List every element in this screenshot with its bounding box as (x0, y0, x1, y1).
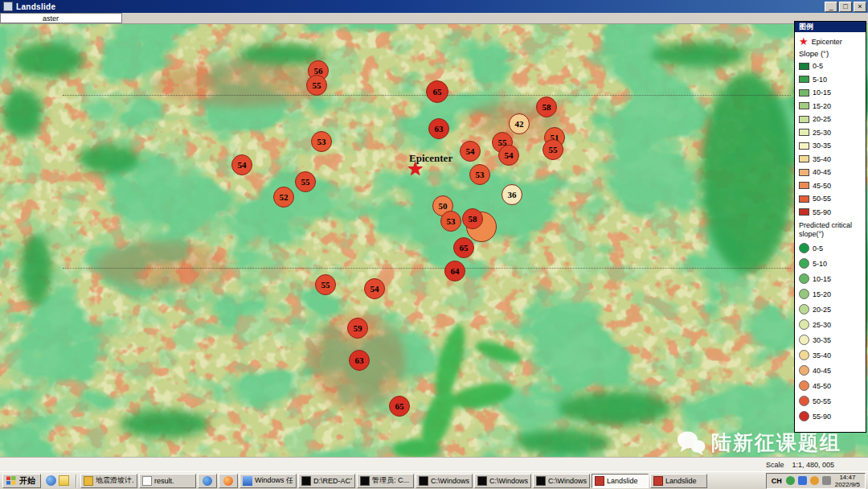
taskbar-button-label: C:\Windows... (431, 477, 469, 485)
slope-marker[interactable]: 52 (273, 187, 294, 208)
tray-status-icon[interactable] (822, 476, 831, 485)
desktop-screen: Landslide _ □ × (0, 0, 868, 489)
taskbar-button-label: Windows 任... (255, 475, 293, 486)
slope-marker[interactable]: 58 (536, 97, 557, 117)
system-tray: CH 14:47 2022/9/5 (766, 473, 866, 489)
slope-marker[interactable]: 58 (462, 208, 483, 229)
taskbar-button[interactable]: 地震滑坡计... (80, 474, 137, 488)
class-swatch (799, 273, 809, 284)
legend-class-row: 5-10 (799, 258, 862, 269)
slope-marker[interactable]: 54 (231, 154, 252, 175)
taskbar-button[interactable]: 管理员: C... (357, 474, 414, 488)
class-label: 0-5 (813, 62, 823, 70)
legend-class-row: 15-20 (799, 289, 862, 299)
class-swatch (799, 195, 809, 203)
slope-marker[interactable]: 53 (440, 211, 461, 232)
slope-marker[interactable]: 55 (542, 139, 563, 160)
language-indicator[interactable]: CH (772, 477, 782, 485)
class-swatch (799, 89, 809, 97)
epicenter-label: Epicenter (409, 152, 452, 165)
close-button[interactable]: × (854, 2, 866, 12)
window-title-bar[interactable]: Landslide _ □ × (0, 0, 868, 13)
legend-class-row: 10-15 (799, 88, 862, 97)
legend-class-row: 25-30 (799, 129, 862, 137)
slope-marker[interactable]: 53 (469, 164, 490, 185)
class-swatch (799, 116, 809, 123)
layer-input[interactable] (0, 13, 122, 23)
class-swatch (799, 258, 809, 269)
landslide-app-icon (653, 476, 663, 486)
slope-marker[interactable]: 55 (306, 75, 327, 96)
legend-class-row: 5-10 (799, 76, 862, 84)
slope-marker[interactable]: 63 (428, 118, 449, 139)
slope-marker[interactable]: 65 (426, 80, 448, 103)
slope-marker[interactable]: 54 (498, 145, 519, 166)
class-label: 5-10 (813, 260, 827, 268)
class-label: 35-40 (813, 351, 831, 360)
maximize-button[interactable]: □ (839, 2, 852, 12)
slope-marker[interactable]: 54 (460, 141, 481, 162)
class-swatch (799, 142, 809, 150)
taskbar-button[interactable]: Landslide (592, 474, 649, 488)
landslide-app-icon (595, 476, 604, 486)
class-label: 15-20 (813, 290, 831, 298)
app-icon (3, 2, 13, 11)
taskbar-button[interactable]: D:\RED-ACT... (298, 474, 355, 488)
tray-status-icon[interactable] (810, 476, 819, 485)
slope-marker[interactable]: 55 (295, 171, 316, 192)
legend-class-row: 30-35 (799, 142, 862, 150)
class-swatch (799, 243, 809, 253)
slope-marker[interactable]: 55 (315, 274, 336, 295)
start-button[interactable]: 开始 (2, 474, 41, 488)
taskbar-button[interactable]: Windows 任... (240, 474, 297, 488)
slope-marker[interactable]: 53 (311, 131, 332, 152)
legend-class-row: 15-20 (799, 102, 862, 110)
slope-marker[interactable]: 54 (364, 278, 385, 299)
taskbar-button[interactable]: result. (139, 474, 196, 488)
class-label: 55-90 (813, 208, 831, 216)
taskbar-clock[interactable]: 14:47 2022/9/5 (835, 474, 860, 488)
slope-marker[interactable]: 63 (349, 350, 370, 371)
taskbar-button[interactable]: C:\Windows... (416, 474, 473, 488)
taskbar-button[interactable]: C:\Windows... (474, 474, 531, 488)
slope-marker[interactable]: 65 (389, 396, 410, 417)
legend-title-bar[interactable]: 图例 (795, 22, 866, 32)
class-label: 35-40 (813, 155, 831, 163)
legend-class-row: 10-15 (799, 273, 862, 284)
legend-class-row: 20-25 (799, 115, 862, 123)
slope-marker[interactable]: 59 (347, 318, 368, 339)
minimize-button[interactable]: _ (825, 2, 837, 12)
slope-marker[interactable]: 42 (509, 113, 530, 134)
watermark: 陆新征课题组 (677, 429, 841, 456)
console-icon (360, 476, 370, 486)
class-label: 50-55 (813, 397, 831, 405)
tray-status-icon[interactable] (786, 476, 795, 485)
class-swatch (799, 319, 809, 330)
class-label: 0-5 (813, 244, 823, 253)
class-label: 40-45 (813, 168, 831, 176)
taskbar-button-label: 管理员: C... (372, 475, 409, 486)
map-viewport[interactable]: 5655655842635153555554545453553652505358… (0, 24, 868, 457)
windows-explorer-icon (243, 476, 252, 486)
taskbar-button[interactable]: Landslide (650, 474, 707, 488)
class-label: 5-10 (813, 76, 827, 84)
taskbar-button[interactable] (198, 474, 217, 488)
console-icon (536, 476, 546, 486)
class-label: 50-55 (813, 195, 831, 203)
folder-quick-launch-icon[interactable] (59, 475, 69, 486)
slope-marker[interactable]: 36 (502, 184, 522, 205)
wechat-icon (677, 430, 706, 456)
scale-value: 1:1, 480, 005 (792, 461, 834, 469)
browser-quick-launch-icon[interactable] (46, 475, 56, 486)
slope-marker[interactable]: 64 (444, 261, 465, 281)
legend-class-row: 35-40 (799, 350, 862, 360)
taskbar-button-label: 地震滑坡计... (96, 475, 134, 486)
taskbar-buttons: 地震滑坡计...result.Windows 任...D:\RED-ACT...… (80, 474, 764, 488)
legend-class-row: 45-50 (799, 182, 862, 190)
tray-status-icon[interactable] (798, 476, 807, 485)
taskbar-button[interactable]: C:\Windows... (533, 474, 590, 488)
taskbar-button[interactable] (219, 474, 238, 488)
slope-marker[interactable]: 65 (453, 237, 474, 258)
console-icon (477, 476, 487, 486)
class-swatch (799, 365, 809, 376)
